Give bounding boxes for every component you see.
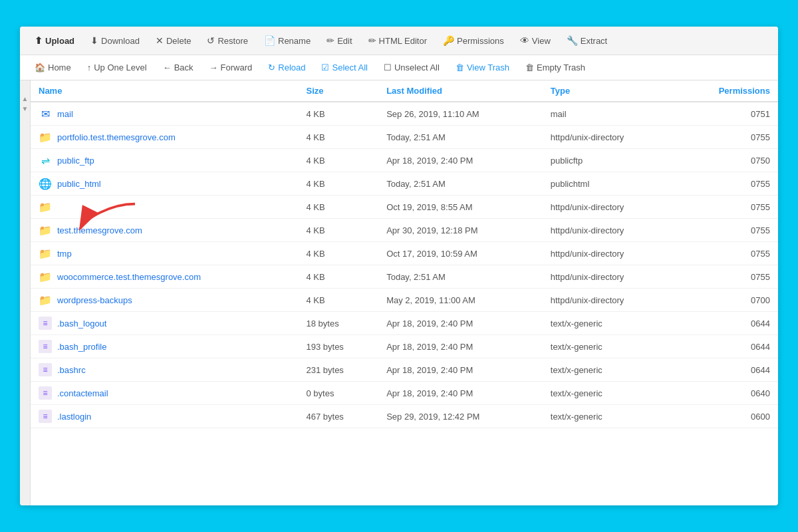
file-type: mail	[543, 102, 677, 126]
rename-icon: 📄	[264, 35, 275, 46]
file-size: 4 KB	[298, 196, 378, 219]
file-size: 18 bytes	[298, 312, 378, 335]
file-link[interactable]: .bash_logout	[57, 319, 106, 329]
file-modified: Oct 19, 2019, 8:55 AM	[378, 196, 543, 219]
file-name-cell: ≡ .bash_logout	[39, 317, 290, 330]
file-link[interactable]: public_ftp	[57, 156, 94, 166]
file-link[interactable]: .bashrc	[57, 365, 86, 375]
permissions-icon: 🔑	[443, 35, 454, 46]
reload-button[interactable]: ↻ Reload	[261, 59, 312, 76]
file-permissions: 0755	[677, 242, 778, 265]
file-type: httpd/unix-directory	[543, 196, 677, 219]
file-size: 4 KB	[298, 242, 378, 265]
file-name-cell: 📁 tmp	[39, 247, 290, 260]
home-button[interactable]: 🏠 Home	[28, 59, 78, 76]
col-modified: Last Modified	[378, 80, 543, 102]
file-type-icon: ≡	[39, 317, 52, 330]
table-row[interactable]: 📁 tmp 4 KB Oct 17, 2019, 10:59 AM httpd/…	[31, 242, 778, 265]
restore-icon: ↺	[207, 35, 215, 46]
table-row[interactable]: ≡ .bashrc 231 bytes Apr 18, 2019, 2:40 P…	[31, 358, 778, 382]
file-link[interactable]: test.themesgrove.com	[57, 225, 142, 235]
file-name-cell: ⇌ public_ftp	[39, 154, 290, 167]
view-trash-button[interactable]: 🗑 View Trash	[449, 59, 516, 76]
file-size: 193 bytes	[298, 335, 378, 358]
table-row[interactable]: 📁 wordpress-backups 4 KB May 2, 2019, 11…	[31, 289, 778, 312]
unselect-all-button[interactable]: ☐ Unselect All	[377, 59, 446, 76]
file-name-cell: ≡ .bash_profile	[39, 340, 290, 353]
up-one-level-button[interactable]: ↑ Up One Level	[80, 59, 154, 76]
back-button[interactable]: ← Back	[156, 59, 200, 76]
file-link[interactable]: mail	[57, 109, 73, 119]
file-modified: Today, 2:51 AM	[378, 265, 543, 289]
restore-button[interactable]: ↺ Restore	[200, 32, 255, 49]
select-all-button[interactable]: ☑ Select All	[315, 59, 374, 76]
file-type: httpd/unix-directory	[543, 242, 677, 265]
permissions-button[interactable]: 🔑 Permissions	[436, 32, 511, 49]
col-type: Type	[543, 80, 677, 102]
file-table: Name Size Last Modified Type Permissions…	[31, 80, 778, 428]
html-editor-button[interactable]: ✏ HTML Editor	[362, 32, 434, 49]
file-name-cell: ≡ .lastlogin	[39, 410, 290, 423]
edit-button[interactable]: ✏ Edit	[320, 32, 358, 49]
table-row[interactable]: ≡ .contactemail 0 bytes Apr 18, 2019, 2:…	[31, 382, 778, 405]
file-link[interactable]: tmp	[57, 249, 72, 259]
scroll-indicator[interactable]: ▲ ▼	[20, 80, 31, 505]
up-icon: ↑	[87, 63, 92, 72]
file-link[interactable]: portfolio.test.themesgrove.com	[57, 132, 176, 142]
file-size: 4 KB	[298, 289, 378, 312]
file-type-icon: 📁	[39, 293, 52, 307]
table-row[interactable]: 📁 woocommerce.test.themesgrove.com 4 KB …	[31, 265, 778, 289]
file-permissions: 0750	[677, 149, 778, 172]
file-modified: Apr 18, 2019, 2:40 PM	[378, 358, 543, 382]
file-type: text/x-generic	[543, 358, 677, 382]
file-type-icon: 📁	[39, 270, 52, 283]
file-link[interactable]: public_html	[57, 179, 101, 189]
file-size: 4 KB	[298, 219, 378, 242]
file-permissions: 0644	[677, 312, 778, 335]
file-type-icon: 📁	[39, 130, 52, 144]
file-modified: Sep 26, 2019, 11:10 AM	[378, 102, 543, 126]
extract-icon: 🔧	[567, 35, 578, 46]
file-link[interactable]: wordpress-backups	[57, 295, 132, 305]
file-name-cell: 📁 woocommerce.test.themesgrove.com	[39, 270, 290, 283]
extract-button[interactable]: 🔧 Extract	[560, 32, 614, 49]
file-name-cell: ✉ mail	[39, 107, 290, 120]
file-permissions: 0644	[677, 358, 778, 382]
delete-button[interactable]: ✕ Delete	[149, 32, 198, 49]
empty-trash-button[interactable]: 🗑 Empty Trash	[519, 59, 592, 76]
file-type: text/x-generic	[543, 312, 677, 335]
file-link[interactable]: .bash_profile	[57, 342, 106, 352]
table-row[interactable]: ✉ mail 4 KB Sep 26, 2019, 11:10 AM mail …	[31, 102, 778, 126]
file-type: text/x-generic	[543, 335, 677, 358]
reload-icon: ↻	[268, 63, 275, 72]
file-size: 231 bytes	[298, 358, 378, 382]
scroll-up-arrow: ▲	[22, 95, 29, 102]
table-row[interactable]: ≡ .lastlogin 467 bytes Sep 29, 2019, 12:…	[31, 405, 778, 428]
view-button[interactable]: 👁 View	[513, 32, 557, 49]
view-trash-icon: 🗑	[456, 63, 464, 72]
file-type: httpd/unix-directory	[543, 265, 677, 289]
file-type-icon: ✉	[39, 107, 52, 120]
table-row[interactable]: ⇌ public_ftp 4 KB Apr 18, 2019, 2:40 PM …	[31, 149, 778, 172]
table-row[interactable]: ≡ .bash_profile 193 bytes Apr 18, 2019, …	[31, 335, 778, 358]
table-row[interactable]: ≡ .bash_logout 18 bytes Apr 18, 2019, 2:…	[31, 312, 778, 335]
table-row[interactable]: 🌐 public_html 4 KB Today, 2:51 AM public…	[31, 172, 778, 196]
file-modified: Apr 18, 2019, 2:40 PM	[378, 382, 543, 405]
file-link[interactable]: .contactemail	[57, 388, 108, 398]
forward-button[interactable]: → Forward	[203, 59, 259, 76]
file-table-wrapper[interactable]: Name Size Last Modified Type Permissions…	[31, 80, 778, 505]
file-link[interactable]: woocommerce.test.themesgrove.com	[57, 272, 201, 282]
file-permissions: 0755	[677, 265, 778, 289]
back-icon: ←	[163, 63, 172, 72]
table-row[interactable]: 📁 test.themesgrove.com 4 KB Apr 30, 2019…	[31, 219, 778, 242]
upload-button[interactable]: ⬆ Upload	[28, 32, 81, 49]
file-name-cell: ≡ .bashrc	[39, 363, 290, 376]
table-row[interactable]: 📁 4 KB Oct 19, 2019, 8:55 AM httpd/unix-…	[31, 196, 778, 219]
unselect-all-icon: ☐	[384, 63, 392, 72]
table-row[interactable]: 📁 portfolio.test.themesgrove.com 4 KB To…	[31, 126, 778, 149]
file-link[interactable]: .lastlogin	[57, 412, 91, 422]
file-modified: Today, 2:51 AM	[378, 172, 543, 196]
download-button[interactable]: ⬇ Download	[84, 32, 146, 49]
rename-button[interactable]: 📄 Rename	[257, 32, 317, 49]
file-modified: Apr 18, 2019, 2:40 PM	[378, 335, 543, 358]
